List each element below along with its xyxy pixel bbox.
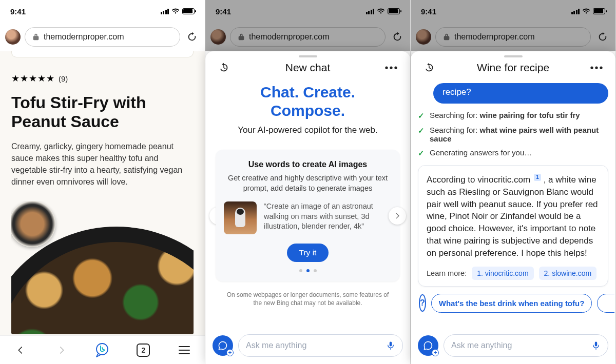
more-icon: •••: [384, 62, 398, 74]
hero-line-1: Chat. Create.: [216, 83, 400, 102]
chevron-left-icon: [16, 346, 25, 355]
plus-badge-icon: +: [432, 349, 439, 356]
status-time: 9:41: [216, 7, 231, 16]
progress-query: wine pairing for tofu stir fry: [480, 111, 580, 119]
address-bar[interactable]: themodernproper.com: [435, 27, 591, 47]
previous-card-edge: [11, 51, 194, 57]
refresh-icon: [186, 31, 198, 43]
new-topic-button[interactable]: +: [213, 335, 233, 356]
wifi-icon: [171, 8, 180, 14]
svg-rect-1: [390, 342, 392, 347]
promo-description: Get creative and highly descriptive with…: [224, 173, 392, 193]
star-icon: ★: [11, 73, 20, 84]
learn-more-row: Learn more: 1. vinocritic.com 2. slowine…: [427, 267, 600, 280]
more-button[interactable]: •••: [382, 62, 401, 74]
check-icon: ✓: [418, 126, 425, 135]
sheet-grabber[interactable]: [299, 55, 317, 57]
ask-input-row: +: [411, 329, 615, 364]
try-it-button[interactable]: Try it: [287, 244, 329, 262]
citation-badge[interactable]: 1: [534, 174, 541, 181]
sheet-header: New chat •••: [205, 59, 410, 80]
address-bar[interactable]: themodernproper.com: [230, 27, 386, 47]
status-time: 9:41: [10, 7, 26, 16]
sheet-title: Wine for recipe: [477, 62, 549, 74]
sauce-bowl-image: [11, 201, 55, 247]
suggestions-row: ? What's the best drink when eating tofu…: [418, 294, 608, 313]
ask-input[interactable]: [238, 334, 403, 357]
address-bar[interactable]: themodernproper.com: [25, 27, 180, 47]
history-button[interactable]: [420, 62, 438, 73]
profile-avatar[interactable]: [210, 29, 226, 45]
microphone-icon[interactable]: [386, 340, 395, 351]
browser-toolbar: 2: [0, 335, 205, 364]
refresh-icon: [392, 31, 403, 43]
user-message-tail: recipe?: [442, 87, 471, 97]
check-icon: ✓: [418, 149, 425, 158]
tab-count-badge: 2: [137, 343, 150, 357]
suggestion-help-icon[interactable]: ?: [419, 294, 426, 312]
refresh-icon: [597, 31, 608, 43]
footer-note: On some webpages or longer documents, so…: [216, 291, 400, 307]
status-time: 9:41: [421, 7, 436, 16]
suggestion-chip[interactable]: What's the best drink when eating tofu?: [431, 294, 592, 313]
svg-rect-2: [595, 342, 598, 347]
chat-bubble-icon: [218, 340, 228, 351]
wifi-icon: [582, 8, 590, 14]
ask-textfield[interactable]: [451, 341, 586, 350]
hero-line-2: Compose.: [216, 102, 400, 120]
suggestion-chip-partial[interactable]: [597, 294, 614, 313]
menu-button[interactable]: [173, 339, 196, 361]
promo-card: Use words to create AI images Get creati…: [216, 150, 400, 281]
new-topic-button[interactable]: +: [418, 335, 438, 356]
url-text: themodernproper.com: [44, 32, 124, 42]
chat-bubble-icon: [423, 340, 433, 351]
ask-textfield[interactable]: [246, 341, 381, 350]
carousel-next-button[interactable]: [389, 207, 406, 225]
refresh-button[interactable]: [184, 29, 200, 45]
phone-panel-1: 9:41 themodernproper.com ★ ★ ★ ★ ★ (9): [0, 0, 205, 364]
hero-subtitle: Your AI-powered copilot for the web.: [216, 125, 400, 135]
chevron-right-icon: [394, 212, 401, 219]
check-icon: ✓: [418, 111, 425, 120]
profile-avatar[interactable]: [416, 29, 431, 45]
progress-text: Generating answers for you…: [430, 148, 532, 157]
sheet-grabber[interactable]: [504, 55, 523, 57]
progress-prefix: Searching for:: [430, 126, 480, 134]
progress-prefix: Searching for:: [430, 111, 480, 119]
assistant-answer-text: According to vinocritic.com 1 , a white …: [427, 174, 600, 259]
learn-more-source[interactable]: 1. vinocritic.com: [472, 267, 533, 280]
chat-sheet: Wine for recipe ••• recipe? ✓ Searching …: [411, 51, 615, 364]
battery-icon: [388, 8, 400, 14]
microphone-icon[interactable]: [591, 340, 601, 351]
rating-row[interactable]: ★ ★ ★ ★ ★ (9): [11, 73, 194, 84]
progress-line: ✓ Searching for: wine pairing for tofu s…: [418, 111, 608, 120]
url-text: themodernproper.com: [454, 32, 535, 42]
status-bar: 9:41: [411, 0, 615, 23]
history-button[interactable]: [215, 62, 233, 73]
more-button[interactable]: •••: [588, 62, 606, 74]
ask-input-row: +: [205, 329, 410, 364]
cellular-icon: [571, 9, 580, 14]
star-icon: ★: [20, 73, 28, 84]
rating-count: (9): [59, 74, 68, 83]
learn-more-source[interactable]: 2. slowine.com: [539, 267, 597, 280]
back-button[interactable]: [9, 339, 32, 361]
tabs-button[interactable]: 2: [132, 339, 155, 361]
phone-panel-2: 9:41 themodernproper.com New chat ••• Ch…: [205, 0, 411, 364]
promo-example-image: [224, 201, 257, 234]
lock-icon: [443, 33, 450, 41]
copilot-button[interactable]: [91, 339, 113, 361]
refresh-button[interactable]: [595, 29, 610, 45]
recipe-title: Tofu Stir-Fry with Peanut Sauce: [11, 93, 194, 131]
promo-title: Use words to create AI images: [224, 160, 392, 169]
page-content: ★ ★ ★ ★ ★ (9) Tofu Stir-Fry with Peanut …: [0, 51, 205, 335]
star-icons: ★ ★ ★ ★ ★: [11, 73, 54, 84]
battery-icon: [182, 8, 195, 14]
cellular-icon: [161, 9, 169, 14]
profile-avatar[interactable]: [5, 29, 21, 45]
refresh-button[interactable]: [390, 29, 405, 45]
status-indicators: [571, 8, 606, 14]
forward-button[interactable]: [50, 339, 73, 361]
new-chat-body: Chat. Create. Compose. Your AI-powered c…: [205, 80, 410, 329]
ask-input[interactable]: [444, 334, 608, 357]
